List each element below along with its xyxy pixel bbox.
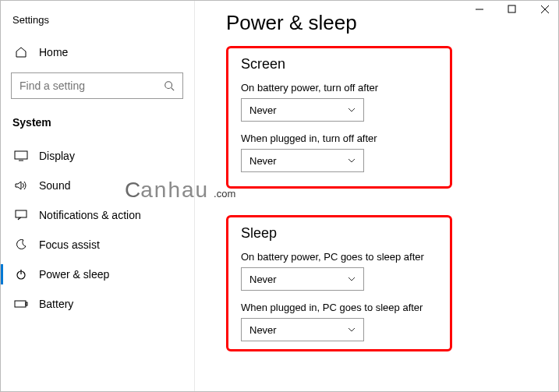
screen-battery-label: On battery power, turn off after <box>241 82 437 94</box>
sleep-group: Sleep On battery power, PC goes to sleep… <box>226 215 452 351</box>
notifications-icon <box>14 210 28 221</box>
svg-rect-7 <box>15 301 26 307</box>
screen-plugged-dropdown[interactable]: Never <box>241 149 364 172</box>
svg-rect-2 <box>15 151 27 159</box>
sidebar-item-label: Notifications & action <box>39 209 141 221</box>
screen-plugged-label: When plugged in, turn off after <box>241 132 437 144</box>
minimize-button[interactable] <box>475 5 486 14</box>
sleep-plugged-dropdown[interactable]: Never <box>241 318 364 341</box>
sidebar-item-label: Focus assist <box>39 238 100 251</box>
home-icon <box>14 46 28 58</box>
dropdown-value: Never <box>249 104 277 116</box>
svg-rect-4 <box>16 210 27 217</box>
svg-rect-10 <box>508 5 515 12</box>
home-nav[interactable]: Home <box>0 38 194 66</box>
maximize-button[interactable] <box>508 5 518 14</box>
dropdown-value: Never <box>249 155 277 167</box>
sleep-plugged-label: When plugged in, PC goes to sleep after <box>241 302 437 313</box>
sleep-battery-dropdown[interactable]: Never <box>241 267 364 291</box>
page-title: Power & sleep <box>226 11 540 35</box>
search-box[interactable] <box>11 72 183 99</box>
svg-point-0 <box>165 82 172 89</box>
chevron-down-icon <box>348 327 356 332</box>
chevron-down-icon <box>348 277 356 281</box>
dropdown-value: Never <box>249 274 277 285</box>
home-label: Home <box>39 46 68 58</box>
focus-assist-icon <box>14 238 28 251</box>
display-icon <box>14 150 28 161</box>
search-icon <box>164 80 175 91</box>
search-input[interactable] <box>19 79 152 92</box>
sidebar-item-focus-assist[interactable]: Focus assist <box>0 230 194 260</box>
battery-icon <box>14 299 28 309</box>
sidebar-item-notifications[interactable]: Notifications & action <box>0 200 194 230</box>
chevron-down-icon <box>348 158 356 163</box>
sidebar-item-power-sleep[interactable]: Power & sleep <box>0 260 194 289</box>
sidebar-item-label: Sound <box>39 179 70 192</box>
sidebar-item-display[interactable]: Display <box>0 141 194 171</box>
screen-group: Screen On battery power, turn off after … <box>226 46 452 189</box>
power-icon <box>14 268 28 281</box>
app-title: Settings <box>0 8 194 38</box>
sleep-battery-label: On battery power, PC goes to sleep after <box>241 251 437 263</box>
section-label: System <box>0 108 194 141</box>
main-content: Power & sleep Screen On battery power, t… <box>195 0 559 392</box>
svg-line-1 <box>172 88 175 91</box>
dropdown-value: Never <box>249 324 277 336</box>
screen-title: Screen <box>241 56 437 72</box>
chevron-down-icon <box>348 108 356 112</box>
close-button[interactable] <box>540 5 551 14</box>
sleep-title: Sleep <box>241 225 437 242</box>
sidebar-item-label: Power & sleep <box>39 268 109 281</box>
titlebar-controls <box>475 5 551 14</box>
sidebar-item-battery[interactable]: Battery <box>0 289 194 319</box>
sidebar-item-label: Battery <box>39 298 73 310</box>
sidebar-item-label: Display <box>39 150 75 162</box>
sound-icon <box>14 180 28 191</box>
svg-rect-8 <box>26 302 27 305</box>
screen-battery-dropdown[interactable]: Never <box>241 98 364 122</box>
watermark: Canhau.com <box>125 178 235 203</box>
